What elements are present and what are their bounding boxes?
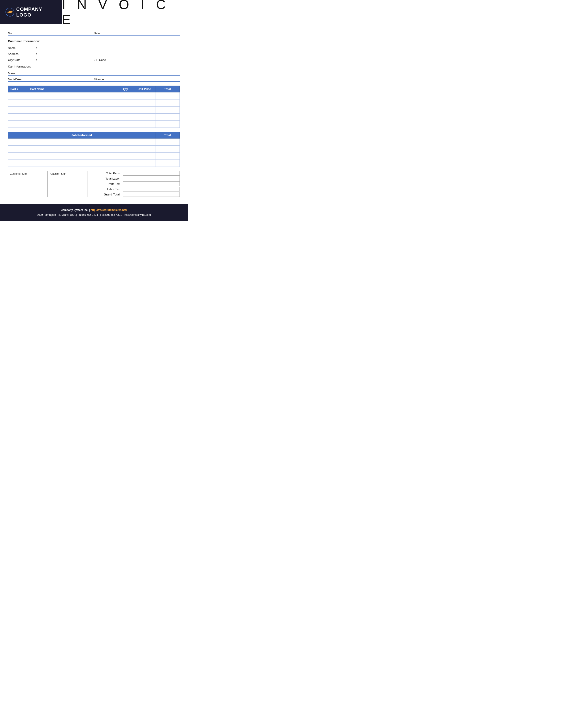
job-desc-1 [8,139,155,146]
parts-tax-value [123,181,180,186]
make-value [39,71,180,75]
customer-section-title: Customer Information: [8,39,180,44]
parts-row [8,114,180,121]
parts-row [8,92,180,99]
name-label: Name [8,46,34,50]
bottom-section: Customer Sign [Cashier] Sign Total Parts… [8,171,180,197]
parts-table: Part # Part Name Qty Unit Price Total [8,86,180,128]
part-unitprice-3 [133,107,155,114]
part-total-5 [155,121,180,128]
part-unitprice-4 [133,114,155,121]
part-qty-1 [118,92,133,99]
total-parts-value [123,171,180,176]
job-total-2 [155,146,180,153]
job-header-job: Job Performed [8,132,155,139]
make-label: Make [8,72,34,75]
part-name-4 [28,114,118,121]
job-header-total: Total [155,132,180,139]
job-row [8,153,180,160]
address-label: Address [8,52,34,56]
part-num-5 [8,121,28,128]
name-colon: : [36,46,37,50]
name-row: Name : [8,44,180,50]
total-parts-row: Total Parts [94,171,180,176]
part-name-5 [28,121,118,128]
part-unitprice-2 [133,99,155,107]
part-num-4 [8,114,28,121]
part-total-2 [155,99,180,107]
part-num-2 [8,99,28,107]
grand-total-row: Grand Total [94,192,180,197]
job-total-3 [155,153,180,160]
model-colon: : [36,78,37,81]
parts-header-partnum: Part # [8,86,28,92]
name-value [39,46,180,50]
parts-row [8,107,180,114]
part-unitprice-5 [133,121,155,128]
parts-tax-row: Parts Tax [94,181,180,186]
make-colon: : [36,72,37,75]
parts-row [8,99,180,107]
zip-label: ZIP Code [94,58,114,62]
parts-header-total: Total [155,86,180,92]
parts-header-unitprice: Unit Price [133,86,155,92]
job-total-4 [155,160,180,167]
zip-value [118,58,180,62]
labor-tax-label: Labor Tax [94,188,123,191]
city-state-value [39,58,94,62]
logo-icon [5,7,15,17]
date-value [125,31,180,35]
part-name-2 [28,99,118,107]
job-desc-3 [8,153,155,160]
no-label: No [8,32,34,35]
address-value [39,52,180,56]
labor-tax-value [123,187,180,191]
job-row [8,146,180,153]
address-colon: : [36,52,37,56]
city-colon: : [36,58,37,62]
total-labor-label: Total Labor [94,177,123,180]
car-section-title: Car Information: [8,65,180,69]
sign-area: Customer Sign [Cashier] Sign [8,171,87,197]
page-header: COMPANY LOGO I N V O I C E [0,0,188,24]
job-desc-4 [8,160,155,167]
part-total-1 [155,92,180,99]
customer-sign-box: Customer Sign [8,171,48,197]
part-num-1 [8,92,28,99]
page-footer: Company System Inc. | http://freewordtem… [0,204,188,221]
parts-row [8,121,180,128]
part-qty-4 [118,114,133,121]
part-unitprice-1 [133,92,155,99]
mileage-label: Mileage [94,78,111,81]
parts-header-partname: Part Name [28,86,118,92]
part-total-3 [155,107,180,114]
city-zip-row: City/State : ZIP Code : [8,56,180,62]
job-row [8,160,180,167]
logo-text: COMPANY LOGO [16,6,56,18]
total-labor-row: Total Labor [94,176,180,181]
footer-company-name: Company System Inc. [61,208,88,212]
customer-sign-label: Customer Sign [10,172,27,175]
job-row [8,139,180,146]
no-colon: : [36,32,37,35]
job-desc-2 [8,146,155,153]
logo-section: COMPANY LOGO [0,0,62,24]
model-year-value [39,77,94,81]
make-row: Make : [8,70,180,76]
footer-website[interactable]: http://freewordtemplates.net/ [90,208,127,212]
zip-colon: : [115,58,116,62]
labor-tax-row: Labor Tax [94,187,180,191]
footer-address: 8030 Harrington Rd, Miami, USA | Ph 555-… [2,213,185,218]
main-content: No : Date : Customer Information: Name :… [0,24,188,197]
total-parts-label: Total Parts [94,172,123,175]
city-state-label: City/State [8,58,34,62]
parts-tax-label: Parts Tax [94,182,123,186]
part-qty-5 [118,121,133,128]
part-name-3 [28,107,118,114]
part-qty-3 [118,107,133,114]
total-labor-value [123,176,180,181]
address-row: Address : [8,50,180,56]
no-date-row: No : Date : [8,30,180,36]
cashier-sign-box: [Cashier] Sign [48,171,87,197]
date-label: Date [94,32,120,35]
